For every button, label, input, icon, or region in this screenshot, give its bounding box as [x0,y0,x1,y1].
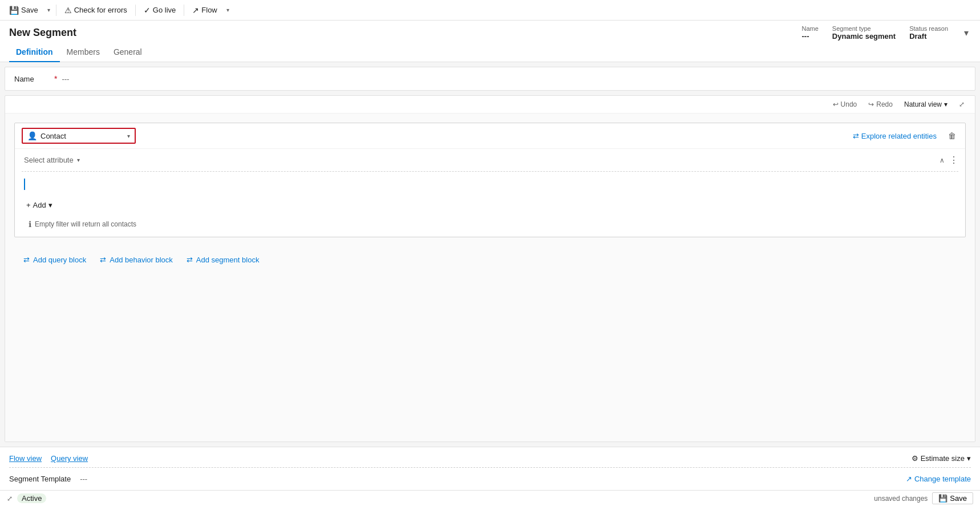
estimate-chevron-icon: ▾ [967,454,971,463]
page-title: New Segment [9,27,76,39]
flow-button[interactable]: ↗ Flow [188,3,221,17]
segment-canvas: ↩ Undo ↪ Redo Natural view ▾ ⤢ 👤 [5,95,975,442]
delete-icon: 🗑 [948,131,956,140]
meta-name-value: --- [802,32,809,41]
add-segment-label: Add segment block [196,256,260,264]
redo-button[interactable]: ↪ Redo [865,99,896,110]
expand-button[interactable]: ⤢ [955,99,968,110]
add-query-block-button[interactable]: ⇄ Add query block [21,253,88,266]
empty-filter-text: Empty filter will return all contacts [35,220,136,228]
query-block-header: 👤 Contact ▾ ⇄ Explore related entities 🗑 [15,123,965,149]
block-buttons: ⇄ Add query block ⇄ Add behavior block ⇄… [14,246,966,273]
bottom-divider [9,467,971,468]
segment-template-row: Segment Template --- ↗ Change template [9,470,971,485]
expand-icon: ⤢ [959,100,965,108]
estimate-size-button[interactable]: ⚙ Estimate size ▾ [912,454,971,463]
name-required-marker: * [54,74,57,83]
flow-label: Flow [201,6,217,14]
save-bottom-button[interactable]: 💾 Save [932,492,973,504]
page-header: New Segment Name --- Segment type Dynami… [0,21,980,43]
more-options-icon[interactable]: ⋮ [949,155,958,165]
name-form-value: --- [62,75,69,83]
flow-chevron-icon: ▾ [226,7,229,13]
add-segment-icon: ⇄ [187,256,193,264]
check-errors-icon: ⚠ [64,6,72,15]
segment-template-value: --- [80,475,87,483]
form-section: Name * --- [5,67,975,91]
meta-segment-type: Segment type Dynamic segment [832,25,896,41]
add-query-label: Add query block [33,256,86,264]
view-select-button[interactable]: Natural view ▾ [901,99,951,110]
status-right: unsaved changes 💾 Save [874,492,973,504]
attr-chevron-icon: ▾ [77,157,80,163]
info-icon: ℹ [29,220,31,229]
cursor-line [24,179,25,190]
explore-label: Explore related entities [861,132,937,140]
segment-template-label: Segment Template [9,475,71,483]
estimate-icon: ⚙ [912,454,918,463]
save-label: Save [21,6,38,14]
add-chevron-icon: ▾ [48,201,52,209]
add-label: Add [33,201,46,209]
meta-segment-type-label: Segment type [832,25,871,32]
meta-status-label: Status reason [909,25,948,32]
name-form-row: Name * --- [14,74,966,83]
redo-icon: ↪ [868,100,874,108]
query-actions: ⇄ Explore related entities 🗑 [848,129,958,143]
status-active-badge: Active [17,493,46,503]
meta-name: Name --- [802,25,819,41]
unsaved-changes-text: unsaved changes [874,495,928,503]
flow-icon: ↗ [192,6,199,15]
query-view-tab[interactable]: Query view [51,452,88,465]
toolbar: 💾 Save ▾ ⚠ Check for errors ✓ Go live ↗ … [0,0,980,21]
filter-header-row: Select attribute ▾ ∧ ⋮ [22,153,958,172]
add-behavior-icon: ⇄ [100,256,106,264]
main-content: Name * --- ↩ Undo ↪ Redo Natural view ▾ … [0,62,980,490]
add-filter-button[interactable]: + Add ▾ [22,199,57,212]
change-template-label: Change template [914,475,971,483]
add-behavior-block-button[interactable]: ⇄ Add behavior block [98,253,175,266]
save-chevron-icon: ▾ [47,7,50,13]
delete-query-button[interactable]: 🗑 [946,129,958,143]
add-filter-row: + Add ▾ [22,199,958,212]
meta-status-value: Draft [909,32,926,41]
undo-icon: ↩ [833,100,839,108]
undo-button[interactable]: ↩ Undo [829,99,861,110]
status-left: ⤢ Active [7,493,46,503]
undo-label: Undo [841,100,857,108]
toolbar-divider-1 [56,5,56,16]
check-errors-label: Check for errors [74,6,127,14]
status-expand-icon[interactable]: ⤢ [7,495,13,503]
save-button[interactable]: 💾 Save [5,3,43,17]
header-expand-icon[interactable]: ▾ [962,25,971,41]
canvas-body: 👤 Contact ▾ ⇄ Explore related entities 🗑 [5,114,975,442]
flow-dropdown-button[interactable]: ▾ [224,5,232,15]
change-template-button[interactable]: ↗ Change template [906,475,971,483]
contact-selector[interactable]: 👤 Contact ▾ [22,128,136,144]
empty-filter-message: ℹ Empty filter will return all contacts [22,216,958,232]
select-attribute-button[interactable]: Select attribute ▾ [22,153,82,167]
add-segment-block-button[interactable]: ⇄ Add segment block [184,253,262,266]
flow-view-tab[interactable]: Flow view [9,452,42,465]
canvas-toolbar: ↩ Undo ↪ Redo Natural view ▾ ⤢ [5,96,975,114]
collapse-icon[interactable]: ∧ [939,156,945,164]
name-form-label: Name [14,75,48,83]
check-errors-button[interactable]: ⚠ Check for errors [60,3,132,17]
meta-status-reason: Status reason Draft [909,25,948,41]
save-dropdown-button[interactable]: ▾ [45,5,52,15]
tab-definition[interactable]: Definition [9,43,60,62]
explore-related-button[interactable]: ⇄ Explore related entities [848,129,941,143]
view-chevron-icon: ▾ [944,100,947,108]
query-filter-area: Select attribute ▾ ∧ ⋮ + [15,149,965,237]
go-live-button[interactable]: ✓ Go live [139,3,180,17]
save-bottom-label: Save [950,494,967,503]
tab-general[interactable]: General [107,43,149,62]
status-bar: ⤢ Active unsaved changes 💾 Save [0,490,980,506]
save-bottom-icon: 💾 [938,494,947,503]
contact-icon: 👤 [27,131,37,140]
select-attribute-label: Select attribute [24,156,74,164]
bottom-tabs-left: Flow view Query view [9,452,88,465]
estimate-size-label: Estimate size [921,454,965,463]
contact-chevron-icon: ▾ [127,133,130,139]
tab-members[interactable]: Members [60,43,107,62]
